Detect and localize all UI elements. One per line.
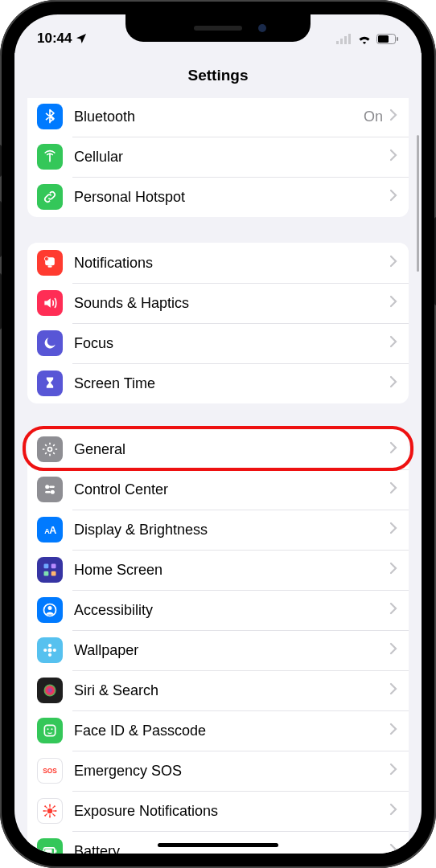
svg-point-46 xyxy=(44,805,46,807)
chevron-right-icon xyxy=(389,522,397,538)
chevron-right-icon xyxy=(389,481,397,497)
row-label: Accessibility xyxy=(74,602,389,619)
row-screentime[interactable]: Screen Time xyxy=(27,363,409,403)
row-label: Face ID & Passcode xyxy=(74,723,389,739)
svg-rect-0 xyxy=(336,41,339,44)
row-label: General xyxy=(74,441,389,458)
row-label: Sounds & Haptics xyxy=(74,295,389,312)
bell-icon xyxy=(37,250,63,276)
siri-icon xyxy=(37,678,63,703)
chevron-right-icon xyxy=(389,335,397,351)
row-label: Focus xyxy=(74,335,389,352)
chevron-right-icon xyxy=(389,763,397,779)
row-focus[interactable]: Focus xyxy=(27,323,409,363)
svg-rect-19 xyxy=(44,571,49,576)
row-cellular[interactable]: Cellular xyxy=(27,137,409,177)
svg-rect-3 xyxy=(348,34,351,44)
row-sounds[interactable]: Sounds & Haptics xyxy=(27,283,409,323)
settings-list[interactable]: BluetoothOnCellularPersonal HotspotNotif… xyxy=(14,98,422,854)
chevron-right-icon xyxy=(389,149,397,165)
chevron-right-icon xyxy=(389,255,397,271)
settings-group-general-group: GeneralControl CenterAADisplay & Brightn… xyxy=(27,429,409,854)
chevron-right-icon xyxy=(389,642,397,658)
row-hotspot[interactable]: Personal Hotspot xyxy=(27,177,409,217)
row-faceid[interactable]: Face ID & Passcode xyxy=(27,710,409,751)
nav-header: Settings xyxy=(14,53,422,98)
svg-point-13 xyxy=(51,490,55,494)
row-label: Emergency SOS xyxy=(74,763,389,780)
cellular-icon xyxy=(336,34,352,44)
svg-point-42 xyxy=(49,805,51,806)
svg-point-28 xyxy=(44,685,56,697)
grid-icon xyxy=(37,557,63,583)
row-controlcenter[interactable]: Control Center xyxy=(27,469,409,510)
svg-point-33 xyxy=(47,809,53,814)
svg-rect-20 xyxy=(51,571,56,576)
chevron-right-icon xyxy=(389,189,397,205)
link-icon xyxy=(37,184,63,210)
row-bluetooth[interactable]: BluetoothOn xyxy=(27,98,409,137)
chevron-right-icon xyxy=(389,562,397,578)
svg-point-31 xyxy=(51,728,53,730)
svg-rect-5 xyxy=(378,35,389,43)
screen: 10:44 Settings BluetoothOnCellularPerson… xyxy=(14,14,422,854)
chevron-right-icon xyxy=(389,723,397,739)
row-notifications[interactable]: Notifications xyxy=(27,243,409,283)
battery-icon xyxy=(37,838,63,854)
svg-point-23 xyxy=(48,649,52,653)
svg-point-9 xyxy=(44,257,48,261)
svg-rect-51 xyxy=(56,850,57,852)
chevron-right-icon xyxy=(389,441,397,457)
row-label: Notifications xyxy=(74,255,389,272)
person-icon xyxy=(37,597,63,623)
svg-point-47 xyxy=(54,815,56,817)
svg-point-11 xyxy=(45,485,49,489)
row-wallpaper[interactable]: Wallpaper xyxy=(27,630,409,670)
virus-icon xyxy=(37,798,63,824)
scrollbar[interactable] xyxy=(417,135,419,272)
chevron-right-icon xyxy=(389,843,397,854)
battery-icon xyxy=(376,34,399,44)
row-exposure[interactable]: Exposure Notifications xyxy=(27,791,409,831)
home-indicator[interactable] xyxy=(158,843,278,847)
svg-point-48 xyxy=(44,815,46,817)
row-label: Exposure Notifications xyxy=(74,803,389,820)
row-label: Wallpaper xyxy=(74,642,389,659)
svg-point-49 xyxy=(54,805,56,807)
notch xyxy=(125,14,311,42)
moon-icon xyxy=(37,330,63,356)
row-label: Home Screen xyxy=(74,562,389,579)
flower-icon xyxy=(37,637,63,663)
row-general[interactable]: General xyxy=(27,429,409,469)
chevron-right-icon xyxy=(389,803,397,819)
svg-point-45 xyxy=(56,810,57,812)
sos-icon: SOS xyxy=(37,758,63,784)
svg-point-26 xyxy=(43,649,47,652)
row-display[interactable]: AADisplay & Brightness xyxy=(27,510,409,550)
svg-rect-6 xyxy=(397,37,398,41)
row-accessibility[interactable]: Accessibility xyxy=(27,590,409,630)
chevron-right-icon xyxy=(389,682,397,698)
row-battery[interactable]: Battery xyxy=(27,831,409,854)
row-label: Control Center xyxy=(74,481,389,498)
svg-point-44 xyxy=(43,810,45,812)
row-label: Cellular xyxy=(74,149,389,166)
row-label: Siri & Search xyxy=(74,682,389,699)
chevron-right-icon xyxy=(389,375,397,391)
face-icon xyxy=(37,718,63,743)
row-value: On xyxy=(364,108,383,125)
location-icon xyxy=(75,32,88,45)
row-homescreen[interactable]: Home Screen xyxy=(27,550,409,590)
volume-up-button xyxy=(0,201,2,257)
row-sos[interactable]: SOSEmergency SOS xyxy=(27,751,409,791)
phone-frame: 10:44 Settings BluetoothOnCellularPerson… xyxy=(0,0,436,868)
svg-rect-18 xyxy=(51,564,56,569)
svg-point-43 xyxy=(49,817,51,818)
row-label: Bluetooth xyxy=(74,108,364,125)
chevron-right-icon xyxy=(389,295,397,311)
svg-point-22 xyxy=(48,606,52,610)
svg-point-24 xyxy=(48,644,51,647)
svg-rect-52 xyxy=(45,850,51,854)
row-siri[interactable]: Siri & Search xyxy=(27,670,409,710)
gear-icon xyxy=(37,436,63,462)
